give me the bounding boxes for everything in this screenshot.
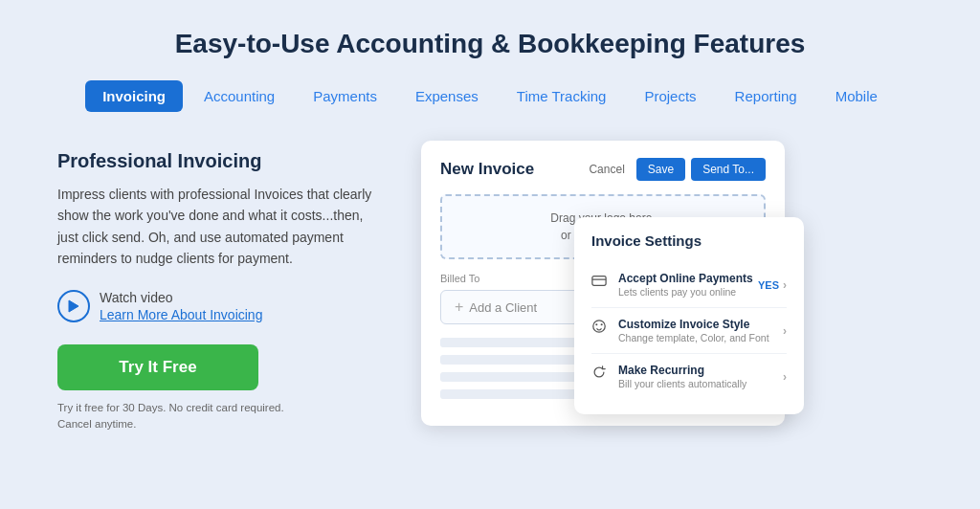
invoice-card-title: New Invoice [440,160,534,179]
svg-point-4 [601,323,603,325]
tab-time-tracking[interactable]: Time Tracking [500,80,624,112]
palette-icon [591,319,609,336]
svg-rect-0 [592,277,606,286]
settings-item-style[interactable]: Customize Invoice Style Change template,… [591,308,787,354]
settings-item-style-desc: Change template, Color, and Font [618,332,769,343]
settings-item-payments[interactable]: Accept Online Payments Lets clients pay … [591,262,787,308]
settings-item-payments-name: Accept Online Payments [618,272,753,285]
right-panel: New Invoice Cancel Save Send To... Drag … [421,141,923,447]
learn-more-link[interactable]: Learn More About Invoicing [100,307,262,322]
settings-card: Invoice Settings Accept Online Payments [574,217,804,414]
section-description: Impress clients with professional Invoic… [57,184,383,270]
settings-item-recurring-desc: Bill your clients automatically [618,378,746,389]
watch-video-row: Watch video Learn More About Invoicing [57,289,383,323]
cta-note-line1: Try it free for 30 Days. No credit card … [57,402,284,413]
settings-item-recurring-name: Make Recurring [618,364,746,377]
settings-item-style-text: Customize Invoice Style Change template,… [618,318,769,343]
settings-item-recurring-left: Make Recurring Bill your clients automat… [591,364,746,389]
settings-item-recurring-right: › [783,370,787,384]
settings-item-recurring[interactable]: Make Recurring Bill your clients automat… [591,354,787,399]
settings-item-style-right: › [783,324,787,338]
cta-note-line2: Cancel anytime. [57,418,136,430]
svg-point-3 [595,323,597,325]
settings-card-title: Invoice Settings [591,232,787,249]
invoice-header: New Invoice Cancel Save Send To... [440,158,766,181]
try-free-button[interactable]: Try It Free [57,344,258,390]
credit-card-icon [591,273,609,290]
cancel-button[interactable]: Cancel [583,159,630,180]
invoice-actions: Cancel Save Send To... [583,158,766,181]
settings-item-payments-right: YES › [758,278,787,292]
payments-yes-label: YES [758,279,779,291]
tab-expenses[interactable]: Expenses [398,80,496,112]
settings-item-payments-desc: Lets clients pay you online [618,286,753,298]
settings-item-recurring-text: Make Recurring Bill your clients automat… [618,364,746,389]
page-wrapper: Easy-to-Use Accounting & Bookkeeping Fea… [0,0,980,509]
chevron-right-icon-2: › [783,324,787,338]
settings-item-payments-left: Accept Online Payments Lets clients pay … [591,272,753,298]
content-area: Professional Invoicing Impress clients w… [38,141,942,447]
tab-reporting[interactable]: Reporting [718,80,814,112]
tabs-container: Invoicing Accounting Payments Expenses T… [38,80,942,112]
chevron-right-icon: › [783,278,787,292]
watch-label: Watch video [100,290,173,305]
left-panel: Professional Invoicing Impress clients w… [57,141,383,432]
settings-item-style-name: Customize Invoice Style [618,318,769,331]
section-heading: Professional Invoicing [57,150,383,172]
tab-projects[interactable]: Projects [627,80,713,112]
refresh-icon [591,365,609,382]
play-icon [68,299,79,313]
settings-item-style-left: Customize Invoice Style Change template,… [591,318,769,343]
settings-item-payments-text: Accept Online Payments Lets clients pay … [618,272,753,298]
watch-video-labels: Watch video Learn More About Invoicing [100,289,262,323]
tab-accounting[interactable]: Accounting [187,80,292,112]
plus-icon: + [455,299,463,316]
tab-mobile[interactable]: Mobile [818,80,895,112]
chevron-right-icon-3: › [783,370,787,384]
play-button[interactable] [57,290,90,322]
page-title: Easy-to-Use Accounting & Bookkeeping Fea… [38,29,942,59]
save-button[interactable]: Save [636,158,685,181]
send-to-button[interactable]: Send To... [691,158,766,181]
tab-invoicing[interactable]: Invoicing [85,80,183,112]
add-client-label: Add a Client [469,300,537,315]
tab-payments[interactable]: Payments [296,80,394,112]
cta-note: Try it free for 30 Days. No credit card … [57,400,383,433]
